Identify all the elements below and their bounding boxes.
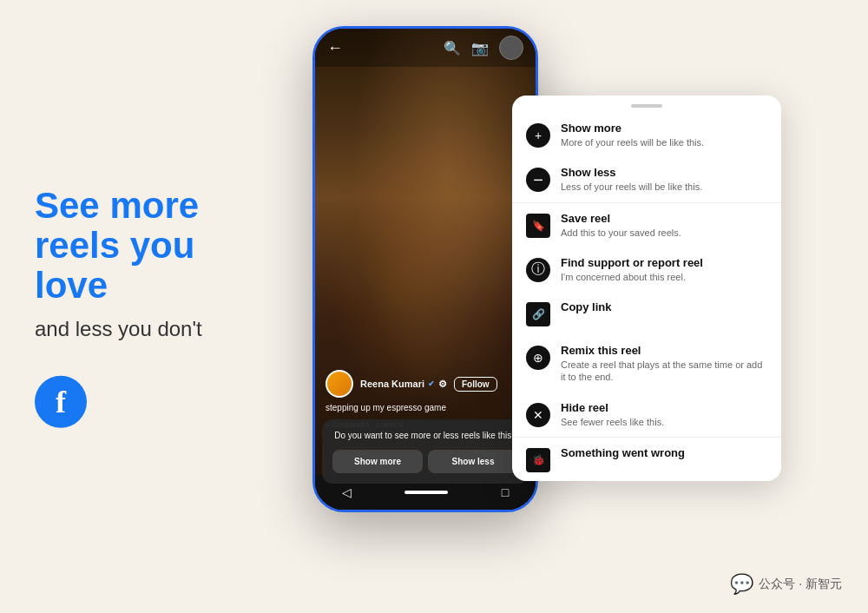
- menu-item-save-desc: Add this to your saved reels.: [561, 227, 767, 239]
- menu-item-show-less-desc: Less of your reels will be like this.: [561, 181, 767, 193]
- menu-item-error-title: Something went wrong: [561, 446, 767, 459]
- menu-item-save-text: Save reel Add this to your saved reels.: [561, 212, 767, 239]
- menu-section-error: 🐞 Something went wrong: [512, 438, 781, 481]
- menu-item-show-more-desc: More of your reels will be like this.: [561, 136, 767, 148]
- topbar-icons: 🔍 📷: [444, 36, 523, 60]
- menu-item-show-less-title: Show less: [561, 166, 767, 179]
- remix-icon: ⊕: [526, 346, 550, 370]
- menu-item-save-title: Save reel: [561, 212, 767, 225]
- menu-item-show-more[interactable]: + Show more More of your reels will be l…: [512, 113, 781, 157]
- headline-line2: reels you love: [35, 225, 194, 306]
- menu-handle: [631, 104, 662, 108]
- headline-line1: See more: [35, 185, 199, 226]
- facebook-logo: f: [35, 375, 87, 427]
- user-info: Reena Kumari ✔ ⚙ Follow: [326, 370, 525, 398]
- menu-item-something-wrong[interactable]: 🐞 Something went wrong: [512, 438, 781, 481]
- nav-home-indicator[interactable]: [404, 491, 448, 494]
- menu-item-copy-link[interactable]: 🔗 Copy link: [512, 292, 781, 335]
- menu-item-remix-desc: Create a reel that plays at the same tim…: [561, 359, 767, 384]
- phone-topbar: ← 🔍 📷: [315, 29, 536, 67]
- menu-item-remix-title: Remix this reel: [561, 344, 767, 357]
- menu-item-hide[interactable]: ✕ Hide reel See fewer reels like this.: [512, 392, 781, 437]
- menu-item-show-less-text: Show less Less of your reels will be lik…: [561, 166, 767, 193]
- menu-item-show-more-text: Show more More of your reels will be lik…: [561, 122, 767, 148]
- user-avatar-topbar[interactable]: [499, 36, 523, 60]
- menu-section-save: 🔖 Save reel Add this to your saved reels…: [512, 203, 781, 438]
- menu-item-report-desc: I'm concerned about this reel.: [561, 271, 767, 283]
- phone-popup: ✕ Do you want to see more or less reels …: [322, 419, 529, 484]
- nav-square-icon[interactable]: □: [502, 485, 509, 499]
- bug-icon: 🐞: [526, 448, 550, 472]
- menu-item-remix[interactable]: ⊕ Remix this reel Create a reel that pla…: [512, 335, 781, 392]
- menu-item-report-title: Find support or report reel: [561, 256, 767, 269]
- show-more-menu-icon: +: [526, 123, 550, 148]
- report-icon: ⓘ: [526, 258, 550, 282]
- menu-section-feedback: + Show more More of your reels will be l…: [512, 113, 781, 203]
- settings-icon: ⚙: [438, 379, 447, 390]
- follow-button[interactable]: Follow: [454, 377, 497, 392]
- phone-frame: ← 🔍 📷 Reena Kumari ✔ ⚙ Follow: [312, 26, 538, 512]
- menu-item-hide-desc: See fewer reels like this.: [561, 416, 767, 428]
- phone-screen: ← 🔍 📷 Reena Kumari ✔ ⚙ Follow: [315, 29, 536, 510]
- menu-item-save-reel[interactable]: 🔖 Save reel Add this to your saved reels…: [512, 203, 781, 247]
- show-less-button[interactable]: Show less: [428, 450, 518, 473]
- verified-icon: ✔: [428, 379, 435, 388]
- reel-caption: stepping up my espresso game: [326, 403, 525, 412]
- wechat-icon: 💬: [730, 573, 753, 596]
- show-less-menu-icon: −: [526, 168, 550, 192]
- left-section: See more reels you love and less you don…: [35, 186, 278, 428]
- menu-item-show-more-title: Show more: [561, 122, 767, 135]
- user-avatar: [326, 370, 353, 398]
- menu-item-hide-text: Hide reel See fewer reels like this.: [561, 401, 767, 428]
- search-icon[interactable]: 🔍: [444, 40, 461, 56]
- camera-icon[interactable]: 📷: [471, 40, 489, 56]
- menu-item-hide-title: Hide reel: [561, 401, 767, 414]
- menu-item-show-less[interactable]: − Show less Less of your reels will be l…: [512, 157, 781, 201]
- menu-item-copy-title: Copy link: [561, 300, 767, 313]
- wechat-text: 公众号 · 新智元: [759, 577, 842, 592]
- menu-item-report[interactable]: ⓘ Find support or report reel I'm concer…: [512, 247, 781, 292]
- menu-item-copy-text: Copy link: [561, 300, 767, 315]
- context-menu: + Show more More of your reels will be l…: [512, 96, 781, 481]
- popup-question: Do you want to see more or less reels li…: [332, 430, 518, 441]
- hide-icon: ✕: [526, 403, 550, 427]
- menu-item-remix-text: Remix this reel Create a reel that plays…: [561, 344, 767, 384]
- main-headline: See more reels you love: [35, 186, 278, 306]
- popup-buttons: Show more Show less: [332, 450, 518, 473]
- back-icon[interactable]: ←: [327, 39, 343, 57]
- copy-link-icon: 🔗: [526, 302, 550, 326]
- nav-back-icon[interactable]: ◁: [342, 485, 352, 499]
- wechat-watermark: 💬 公众号 · 新智元: [730, 573, 842, 596]
- user-name: Reena Kumari ✔ ⚙: [360, 379, 447, 390]
- menu-item-report-text: Find support or report reel I'm concerne…: [561, 256, 767, 283]
- save-reel-icon: 🔖: [526, 214, 550, 238]
- menu-item-error-text: Something went wrong: [561, 446, 767, 461]
- sub-headline: and less you don't: [35, 316, 278, 340]
- show-more-button[interactable]: Show more: [332, 450, 423, 473]
